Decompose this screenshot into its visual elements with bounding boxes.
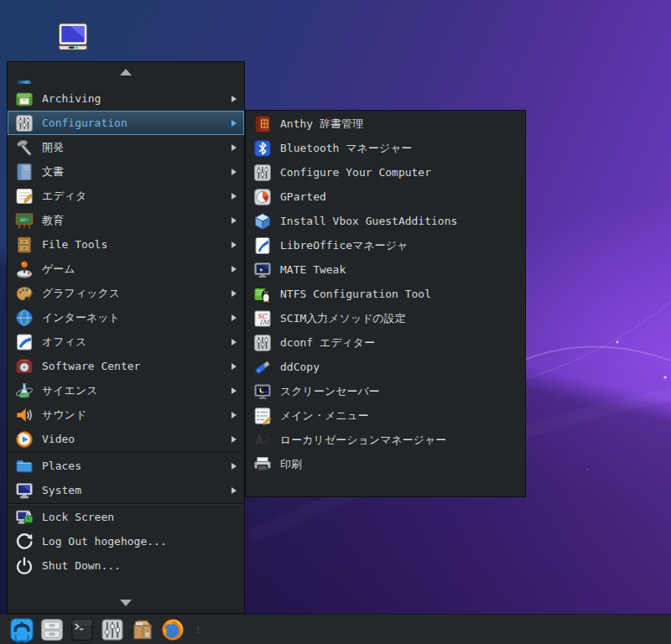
menu-item-archiving[interactable]: Archiving xyxy=(8,86,244,111)
menu-item-software-center[interactable]: Software Center xyxy=(8,354,244,378)
hammer-icon xyxy=(14,138,34,158)
menu-item-internet[interactable]: インターネット xyxy=(8,305,244,330)
libreoffice-swoosh-icon xyxy=(252,236,273,256)
menu-item-documents[interactable]: 文書 xyxy=(8,159,244,184)
submenu-arrow-icon xyxy=(231,339,237,345)
taskbar-launcher-file-manager[interactable] xyxy=(39,617,65,642)
power-icon xyxy=(14,556,34,576)
firefox-icon xyxy=(160,617,185,642)
submenu-arrow-icon xyxy=(231,144,237,151)
bluetooth-icon xyxy=(252,138,273,158)
menu-item-development[interactable]: 開発 xyxy=(8,135,244,159)
menu-item-label: Configuration xyxy=(42,117,127,128)
computer-monitor-icon[interactable] xyxy=(55,20,91,55)
chalkboard-icon: abc xyxy=(14,210,34,231)
menu-item-video[interactable]: Video xyxy=(8,427,244,451)
mixer-sliders-icon xyxy=(100,617,125,642)
submenu-item-label: メイン・メニュー xyxy=(280,410,369,421)
localization-glyphs-icon xyxy=(252,430,273,450)
submenu-arrow-icon xyxy=(231,463,237,470)
drawers-icon xyxy=(14,235,34,255)
logout-arrow-icon xyxy=(14,532,34,552)
chevron-down-icon[interactable] xyxy=(120,600,132,606)
taskbar-launcher-firefox[interactable] xyxy=(160,617,185,642)
tweak-screen-icon xyxy=(252,260,273,280)
menu-item-label: System xyxy=(42,485,81,496)
menu-item-places[interactable]: Places xyxy=(8,454,244,478)
submenu-arrow-icon xyxy=(231,412,237,418)
menu-item-system[interactable]: System xyxy=(8,478,244,502)
virtualbox-cube-icon xyxy=(252,211,273,231)
submenu-item-label: LibreOfficeマネージャ xyxy=(280,240,408,251)
menu-item-label: エディタ xyxy=(42,190,86,201)
chevron-up-icon[interactable] xyxy=(120,69,132,75)
menu-item-log-out[interactable]: Log Out hogehoge... xyxy=(8,529,244,553)
submenu-item-label: Configure Your Computer xyxy=(280,167,431,178)
svg-text:abc: abc xyxy=(20,216,30,222)
submenu-arrow-icon xyxy=(231,436,237,443)
menu-item-label: 教育 xyxy=(42,215,64,226)
menu-item-education[interactable]: abc教育 xyxy=(8,208,244,232)
dictionary-book-icon xyxy=(252,114,273,134)
submenu-item-label: ddCopy xyxy=(280,361,320,372)
submenu-item-ntfs-configuration-tool[interactable]: NTFS Configuration Tool xyxy=(246,282,525,306)
scim-icon: SCIM xyxy=(252,309,273,329)
system-monitor-icon xyxy=(14,480,34,501)
menu-item-file-tools[interactable]: File Tools xyxy=(8,232,244,257)
app-menu-swirl-icon xyxy=(9,617,34,642)
submenu-item-anthy-dictionary[interactable]: Anthy 辞書管理 xyxy=(246,112,525,136)
menu-item-label: 開発 xyxy=(42,142,64,153)
submenu-arrow-icon xyxy=(231,387,237,394)
menu-item-office[interactable]: オフィス xyxy=(8,330,244,354)
submenu-item-configure-your-computer[interactable]: Configure Your Computer xyxy=(246,160,525,184)
menu-item-science[interactable]: サイエンス xyxy=(8,378,244,402)
palette-icon xyxy=(14,283,34,304)
speaker-icon xyxy=(14,405,34,425)
submenu-item-gparted[interactable]: GParted xyxy=(246,184,525,209)
submenu-item-label: NTFS Configuration Tool xyxy=(280,288,431,299)
submenu-item-bluetooth-manager[interactable]: Bluetooth マネージャー xyxy=(246,136,525,160)
taskbar-launcher-package-tool[interactable] xyxy=(130,617,155,642)
submenu-item-libreoffice-manager[interactable]: LibreOfficeマネージャ xyxy=(246,233,525,257)
menu-item-label: Places xyxy=(42,460,81,471)
drag-handle-dots-icon[interactable] xyxy=(194,617,202,642)
menu-item-label: Video xyxy=(42,434,75,444)
submenu-item-printing[interactable]: 印刷 xyxy=(246,452,525,476)
menu-item-label: File Tools xyxy=(42,239,107,250)
drawer-cabinet-icon xyxy=(39,617,65,642)
menu-item-configuration[interactable]: Configuration xyxy=(8,111,244,135)
taskbar-launcher-app-launcher[interactable] xyxy=(9,617,34,642)
submenu-item-label: Install Vbox GuestAdditions xyxy=(280,216,457,226)
submenu-arrow-icon xyxy=(231,242,237,248)
menu-item-label: オフィス xyxy=(42,336,86,347)
submenu-item-localization-manager[interactable]: ローカリゼーションマネージャー xyxy=(246,428,525,452)
submenu-item-dconf-editor[interactable]: dconf エディター xyxy=(246,330,525,355)
book-icon xyxy=(14,162,34,182)
submenu-item-install-vbox-guestadditions[interactable]: Install Vbox GuestAdditions xyxy=(246,209,525,233)
menu-item-editors[interactable]: エディタ xyxy=(8,184,244,208)
submenu-arrow-icon xyxy=(231,193,237,200)
submenu-item-mate-tweak[interactable]: MATE Tweak xyxy=(246,257,525,282)
submenu-arrow-icon xyxy=(231,120,237,127)
play-circle-icon xyxy=(14,429,34,449)
submenu-item-screensaver[interactable]: スクリーンセーバー xyxy=(246,379,525,403)
menu-item-graphics[interactable]: グラフィックス xyxy=(8,281,244,305)
partition-disk-icon xyxy=(252,187,273,207)
menu-item-label: Shut Down... xyxy=(42,560,121,571)
submenu-item-ddcopy[interactable]: ddCopy xyxy=(246,355,525,379)
submenu-item-scim-input-method[interactable]: SCIMSCIM入力メソッドの設定 xyxy=(246,306,525,330)
menu-item-lock-screen[interactable]: Lock Screen xyxy=(8,505,244,529)
application-menu: ArchivingConfiguration開発文書エディタabc教育File … xyxy=(7,61,245,614)
office-doc-icon xyxy=(14,332,34,352)
menu-item-games[interactable]: ゲーム xyxy=(8,257,244,281)
editor-icon xyxy=(14,186,34,206)
taskbar-launcher-terminal[interactable] xyxy=(70,617,95,642)
submenu-item-main-menu[interactable]: メイン・メニュー xyxy=(246,403,525,428)
menu-item-shut-down[interactable]: Shut Down... xyxy=(8,553,244,578)
menu-item-sound[interactable]: サウンド xyxy=(8,402,244,427)
taskbar-launcher-audio-mixer[interactable] xyxy=(100,617,125,642)
menu-item-label: インターネット xyxy=(42,312,120,323)
joystick-icon xyxy=(14,259,34,279)
lock-screen-icon xyxy=(14,507,34,527)
usb-drive-icon xyxy=(252,357,273,377)
